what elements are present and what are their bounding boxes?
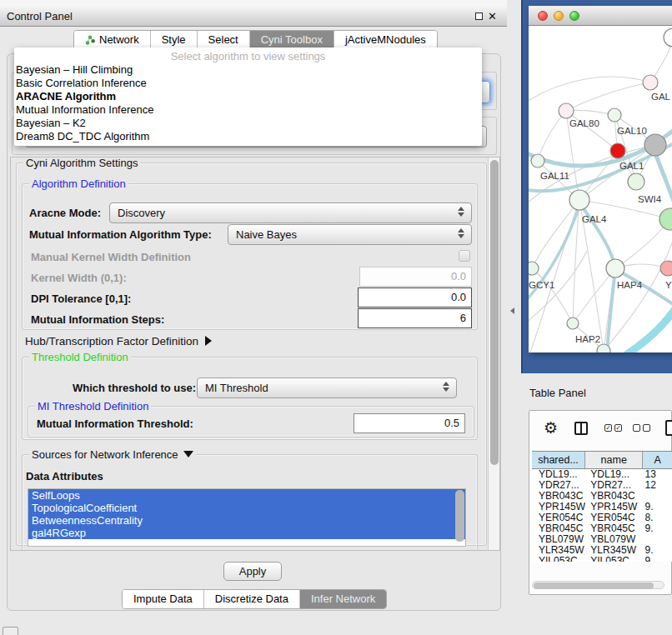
export-table-icon[interactable] bbox=[665, 420, 672, 436]
network-node[interactable] bbox=[531, 154, 544, 168]
network-edge-highlighted[interactable] bbox=[627, 286, 672, 352]
list-scrollbar-thumb[interactable] bbox=[455, 490, 464, 542]
tab-select[interactable]: Select bbox=[197, 31, 249, 49]
mi-algo-type-value: Naive Bayes bbox=[236, 228, 297, 241]
close-icon[interactable]: ✕ bbox=[488, 12, 497, 21]
settings-vertical-scrollbar[interactable] bbox=[488, 158, 499, 550]
table-column-header[interactable]: shared... bbox=[532, 452, 585, 468]
table-row[interactable]: YIL053CYIL053C9 bbox=[532, 556, 672, 562]
network-node-label: SWI4 bbox=[638, 194, 662, 204]
hub-tf-definition-toggle[interactable]: Hub/Transcription Factor Definition bbox=[25, 335, 212, 348]
mi-algo-type-label: Mutual Information Algorithm Type: bbox=[29, 228, 212, 241]
table-column-header[interactable]: name bbox=[585, 452, 643, 468]
data-attribute-item[interactable]: SelfLoops bbox=[28, 489, 465, 502]
algorithm-option[interactable]: Bayesian – Hill Climbing bbox=[14, 63, 482, 77]
settings-scrollbar-thumb[interactable] bbox=[490, 160, 499, 465]
bottom-tab-impute-data[interactable]: Impute Data bbox=[123, 590, 203, 608]
tab-label: jActiveMNodules bbox=[345, 31, 426, 49]
bottom-tab-infer-network[interactable]: Infer Network bbox=[299, 590, 386, 608]
manual-kernel-checkbox[interactable] bbox=[459, 250, 470, 262]
network-edge[interactable] bbox=[538, 111, 566, 161]
aracne-mode-combobox[interactable]: Discovery bbox=[109, 202, 472, 223]
gear-icon[interactable]: ⚙ bbox=[544, 417, 558, 440]
mi-steps-field[interactable]: 6 bbox=[358, 308, 472, 328]
cyni-algorithm-settings-group: Cyni Algorithm Settings Algorithm Defini… bbox=[16, 162, 487, 546]
network-node[interactable] bbox=[559, 103, 574, 118]
algorithm-option[interactable]: Bayesian – K2 bbox=[14, 117, 482, 130]
table-cell: YBR043C bbox=[585, 491, 643, 502]
data-attributes-list[interactable]: SelfLoopsTopologicalCoefficientBetweenne… bbox=[28, 488, 466, 547]
table-row[interactable]: YBL079WYBL079W bbox=[532, 534, 672, 545]
table-panel: ⚙ ✓ ✓ shared...nameA YDL19...YDL19...13Y… bbox=[529, 410, 672, 595]
splitter-collapse-icon[interactable] bbox=[510, 308, 514, 314]
network-window-titlebar[interactable] bbox=[529, 6, 672, 26]
table-row[interactable]: YER054CYER054C8. bbox=[532, 512, 672, 523]
columns-icon[interactable] bbox=[574, 422, 588, 435]
table-row[interactable]: YLR345WYLR345W9. bbox=[532, 545, 672, 556]
network-edge-highlighted[interactable] bbox=[607, 268, 615, 352]
network-node[interactable] bbox=[610, 143, 625, 158]
data-attribute-item[interactable]: gal4RGexp bbox=[28, 527, 465, 539]
mi-threshold-field[interactable]: 0.5 bbox=[354, 413, 465, 433]
network-node[interactable] bbox=[608, 108, 621, 122]
unselect-all-columns-icon[interactable] bbox=[633, 424, 650, 432]
network-node[interactable] bbox=[644, 134, 666, 156]
apply-button[interactable]: Apply bbox=[223, 562, 282, 581]
algorithm-option[interactable]: Mutual Information Inference bbox=[14, 103, 482, 117]
network-node[interactable] bbox=[567, 318, 579, 329]
tab-jactivemnodules[interactable]: jActiveMNodules bbox=[333, 31, 437, 49]
bottom-tab-discretize-data[interactable]: Discretize Data bbox=[203, 590, 299, 608]
kernel-width-field[interactable]: 0.0 bbox=[359, 267, 472, 287]
table-row[interactable]: YBR043CYBR043C bbox=[532, 491, 672, 502]
mi-algo-type-combobox[interactable]: Naive Bayes bbox=[228, 224, 472, 245]
dpi-tolerance-field[interactable]: 0.0 bbox=[358, 288, 472, 308]
settings-scroll-area: Cyni Algorithm Settings Algorithm Defini… bbox=[10, 157, 500, 551]
table-row[interactable]: YDR27...YDR27...12 bbox=[532, 480, 672, 491]
tab-cyni-toolbox[interactable]: Cyni Toolbox bbox=[249, 31, 333, 49]
algorithm-option[interactable]: Dream8 DC_TDC Algorithm bbox=[14, 130, 482, 143]
table-column-header[interactable]: A bbox=[643, 452, 672, 468]
threshold-definition-group: Threshold Definition Which threshold to … bbox=[22, 357, 478, 440]
network-node[interactable] bbox=[628, 173, 644, 190]
network-node[interactable] bbox=[643, 75, 658, 90]
float-window-icon[interactable] bbox=[475, 12, 483, 20]
table-hscrollbar-thumb[interactable] bbox=[534, 582, 654, 589]
network-edge-highlighted[interactable] bbox=[654, 149, 672, 263]
network-edge[interactable] bbox=[532, 268, 573, 323]
tab-style[interactable]: Style bbox=[150, 31, 197, 49]
network-node[interactable] bbox=[660, 261, 672, 276]
table-row[interactable]: YPR145WYPR145W9. bbox=[532, 502, 672, 512]
table-row[interactable]: YDL19...YDL19...13 bbox=[532, 469, 672, 480]
network-node[interactable] bbox=[597, 344, 610, 352]
close-traffic-light-icon[interactable] bbox=[538, 11, 548, 21]
tab-label: Discretize Data bbox=[215, 590, 288, 608]
control-panel-titlebar[interactable]: Control Panel ✕ bbox=[0, 7, 507, 27]
data-attribute-item[interactable]: BetweennessCentrality bbox=[28, 514, 465, 527]
network-node[interactable] bbox=[664, 28, 672, 47]
network-view-window[interactable]: GALGAL80GAL10GAL1GAL11SWI4GAL4GCY1HAP4YH… bbox=[529, 6, 672, 352]
network-node[interactable] bbox=[529, 262, 539, 275]
algorithm-option[interactable]: ARACNE Algorithm bbox=[14, 90, 482, 103]
table-row[interactable]: YBR045CYBR045C9. bbox=[532, 523, 672, 534]
table-horizontal-scrollbar[interactable] bbox=[532, 581, 664, 589]
tab-network[interactable]: Network bbox=[74, 31, 150, 49]
which-threshold-combobox[interactable]: MI Threshold bbox=[197, 378, 457, 398]
minimize-traffic-light-icon[interactable] bbox=[554, 11, 564, 21]
algorithm-definition-title: Algorithm Definition bbox=[29, 178, 128, 190]
network-node[interactable] bbox=[569, 190, 589, 210]
algorithm-option[interactable]: Basic Correlation Inference bbox=[14, 77, 482, 90]
network-canvas[interactable]: GALGAL80GAL10GAL1GAL11SWI4GAL4GCY1HAP4YH… bbox=[529, 26, 672, 352]
network-node[interactable] bbox=[606, 259, 624, 278]
network-edge-highlighted[interactable] bbox=[529, 208, 579, 305]
zoom-traffic-light-icon[interactable] bbox=[569, 11, 579, 21]
data-attribute-item[interactable]: TopologicalCoefficient bbox=[28, 502, 465, 514]
mi-threshold-group: MI Threshold Definition Mutual Informati… bbox=[28, 406, 474, 438]
network-node[interactable] bbox=[659, 208, 672, 230]
network-edge[interactable] bbox=[566, 82, 650, 111]
collapsed-panel-stub[interactable] bbox=[3, 627, 18, 635]
select-all-columns-icon[interactable]: ✓ ✓ bbox=[604, 424, 622, 432]
network-edge[interactable] bbox=[529, 77, 650, 105]
window-top-strip bbox=[0, 0, 507, 7]
sources-group-title[interactable]: Sources for Network Inference bbox=[29, 448, 196, 461]
network-edge-highlighted[interactable] bbox=[617, 270, 672, 318]
